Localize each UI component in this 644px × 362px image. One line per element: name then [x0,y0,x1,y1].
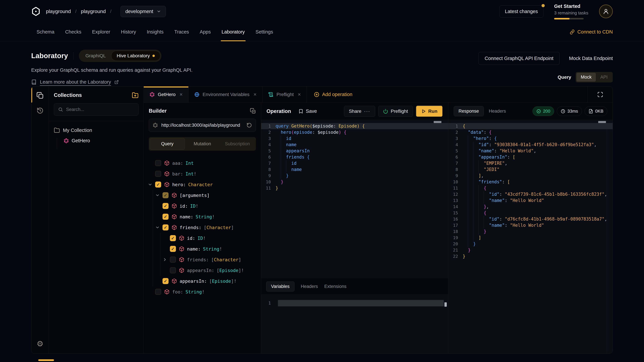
share-button[interactable]: Share ··· [344,106,375,117]
variables-editor[interactable]: 1 [261,295,448,354]
indent-guide [276,166,281,173]
mode-mock[interactable]: Mock [576,73,596,82]
tree-row-aaa[interactable]: aaa:Int [144,158,261,168]
field-label: appearsIn: [187,268,214,273]
tree-row-id[interactable]: ✓id:ID! [144,201,261,211]
collections-search[interactable] [54,103,138,116]
tree-row-friends[interactable]: friends:[Character] [144,254,261,265]
settings-rail-button[interactable]: ⚙ [35,338,46,349]
field-checkbox[interactable] [155,289,161,295]
scrollbar-thumb[interactable] [434,121,442,123]
field-checkbox[interactable]: ✓ [162,214,168,220]
indent-guide [473,179,478,185]
endpoint-url-input[interactable] [161,123,243,128]
nav-item-laboratory[interactable]: Laboratory [216,23,250,41]
tree-row-hero[interactable]: ✓hero:Character [144,179,261,190]
field-checkbox[interactable]: ✓ [162,278,168,284]
response-viewer[interactable]: 1{2"data": {3"hero": {4"id": "93038304-0… [448,120,613,354]
collection-operation[interactable]: GetHero [64,138,138,143]
nav-item-insights[interactable]: Insights [142,23,169,41]
toggle-hive-laboratory[interactable]: Hive Laboratory [111,51,160,61]
preflight-button[interactable]: Preflight [378,106,413,117]
field-checkbox[interactable] [155,171,161,177]
chevron-down-icon[interactable] [148,182,155,187]
tree-row-appearsIn[interactable]: ✓appearsIn:[Episode]! [144,276,261,286]
nav-item-history[interactable]: History [116,23,142,41]
field-checkbox[interactable] [170,257,176,263]
mode-api[interactable]: API [596,73,612,82]
indent-guide [281,166,286,173]
save-button[interactable]: Save [298,108,317,114]
nav-item-schema[interactable]: Schema [31,23,60,41]
hive-logo-icon[interactable] [31,7,40,16]
collection-folder[interactable]: My Collection [54,127,138,133]
line-number: 19 [448,235,463,241]
new-collection-icon[interactable] [132,92,138,98]
learn-more-link[interactable]: Learn more about the Laboratory [40,79,111,85]
copy-collapse-icon[interactable] [250,108,256,114]
tree-row-foo[interactable]: foo:String! [144,286,261,297]
history-rail-button[interactable] [35,105,46,116]
user-avatar[interactable] [599,4,613,18]
field-checkbox[interactable] [155,160,161,166]
connect-graphql-endpoint-button[interactable]: Connect GraphQL API Endpoint [478,52,560,65]
refresh-icon[interactable] [246,122,252,128]
mock-data-endpoint-button[interactable]: Mock Data Endpoint [569,56,613,61]
field-label: foo: [172,289,183,295]
tree-row-friends[interactable]: ✓friends:[Character] [144,222,261,233]
field-checkbox[interactable]: ✓ [162,192,168,198]
environment-selector[interactable]: development [120,6,166,17]
nav-item-settings[interactable]: Settings [250,23,278,41]
op-type-mutation[interactable]: Mutation [185,138,220,150]
subtab-extensions[interactable]: Extensions [324,284,346,289]
more-options-icon[interactable]: ··· [364,109,370,114]
close-icon[interactable]: × [254,91,256,97]
scrollbar-thumb[interactable] [444,302,447,307]
run-button[interactable]: Run [416,106,443,117]
tree-row-name[interactable]: ✓name:String! [144,211,261,222]
tab-environment-variables[interactable]: Environment Variables × [188,86,262,102]
tree-row-bar[interactable]: bar:Int! [144,168,261,179]
nav-item-explorer[interactable]: Explorer [87,23,116,41]
tab-response[interactable]: Response [454,106,484,116]
breadcrumb-org[interactable]: playground [46,8,71,14]
tree-row-appearsIn[interactable]: appearsIn:[Episode]! [144,265,261,276]
field-type: ! [194,171,196,176]
field-checkbox[interactable]: ✓ [162,224,168,230]
tab-response-headers[interactable]: Headers [489,109,506,114]
nav-item-checks[interactable]: Checks [60,23,87,41]
toggle-graphiql[interactable]: GraphiQL [80,51,111,61]
op-type-subscription[interactable]: Subscription [220,138,255,150]
nav-item-traces[interactable]: Traces [169,23,194,41]
connect-to-cdn-link[interactable]: Connect to CDN [570,29,613,35]
tree-guide [153,190,160,201]
get-started-widget[interactable]: Get Started 3 remaining tasks [554,3,588,19]
tree-row-arguments[interactable]: ✓[arguments] [144,190,261,201]
tree-row-id[interactable]: ✓id:ID! [144,233,261,244]
nav-item-apps[interactable]: Apps [194,23,216,41]
field-checkbox[interactable]: ✓ [155,182,161,188]
field-checkbox[interactable]: ✓ [170,235,176,241]
tree-row-name[interactable]: ✓name:String! [144,244,261,254]
breadcrumb-project[interactable]: playground [81,8,106,14]
search-input[interactable] [66,107,134,112]
subtab-variables[interactable]: Variables [266,281,294,292]
field-checkbox[interactable] [170,267,176,273]
close-icon[interactable]: × [298,91,301,97]
operation-title: Operation [266,108,291,114]
tab-gethero[interactable]: GetHero × [144,86,188,102]
fullscreen-button[interactable] [588,86,613,102]
collections-rail-button[interactable] [35,90,46,101]
add-operation-button[interactable]: Add operation [307,86,360,102]
query-editor[interactable]: 1query GetHero($episode: Episode) {2hero… [261,120,448,279]
field-checkbox[interactable]: ✓ [162,203,168,209]
latest-changes-button[interactable]: Latest changes [500,5,544,17]
builder-tree[interactable]: aaa:Intbar:Int!✓hero:Character✓[argument… [144,158,261,354]
close-icon[interactable]: × [180,91,183,97]
subtab-headers[interactable]: Headers [301,284,318,289]
scrollbar-thumb[interactable] [598,121,606,123]
field-checkbox[interactable]: ✓ [170,246,176,252]
op-type-query[interactable]: Query [150,138,185,150]
horizontal-scrollbar-thumb[interactable] [38,359,54,361]
tab-preflight[interactable]: Preflight × [262,86,307,102]
